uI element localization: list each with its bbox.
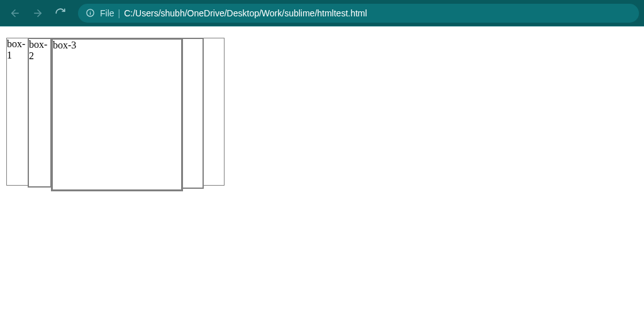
info-icon [86,8,95,18]
address-bar[interactable]: File | C:/Users/shubh/OneDrive/Desktop/W… [78,4,639,23]
url-separator: | [118,8,121,18]
arrow-right-icon [32,8,43,19]
browser-toolbar: File | C:/Users/shubh/OneDrive/Desktop/W… [0,0,644,26]
forward-button[interactable] [28,3,48,23]
reload-icon [55,8,66,19]
box-5 [202,38,225,186]
reload-button[interactable] [50,3,70,23]
box-4 [181,38,204,189]
box-row: box-1 box-2 box-3 [6,33,638,196]
box-1: box-1 [6,38,28,186]
box-2: box-2 [28,38,52,188]
page-viewport: box-1 box-2 box-3 [0,26,644,203]
url-path: C:/Users/shubh/OneDrive/Desktop/Work/sub… [124,8,367,18]
svg-point-4 [90,11,91,11]
back-button[interactable] [5,3,25,23]
url-prefix: File [100,8,114,18]
arrow-left-icon [9,8,21,19]
box-3: box-3 [51,38,183,191]
